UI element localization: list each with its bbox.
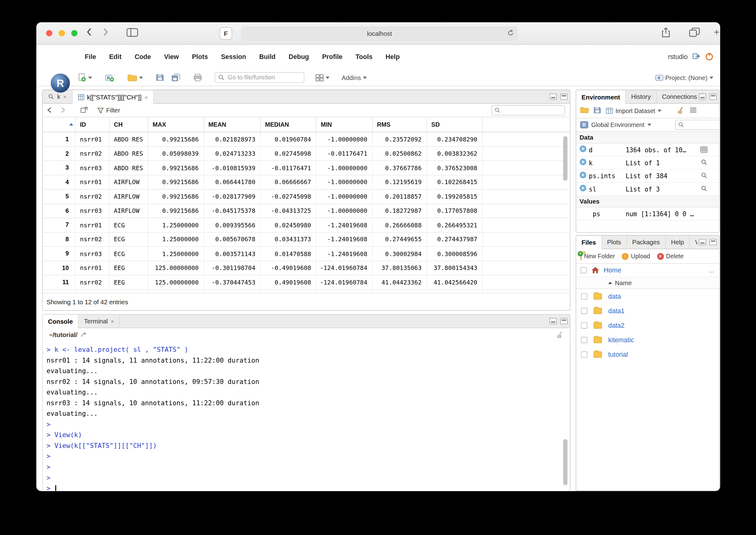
minimize-window-button[interactable] (59, 30, 65, 36)
tab-terminal[interactable]: Terminal × (79, 315, 120, 327)
browser-forward-button[interactable] (103, 27, 109, 37)
clear-console-icon[interactable] (556, 331, 564, 340)
environment-menu-icon[interactable] (689, 107, 697, 115)
minimize-pane-icon[interactable] (699, 94, 706, 100)
file-checkbox[interactable] (581, 322, 587, 328)
column-header-ch[interactable]: CH (110, 117, 148, 132)
file-name-link[interactable]: kitematic (608, 336, 634, 344)
menu-item-edit[interactable]: Edit (109, 53, 122, 61)
tab-history[interactable]: History (626, 90, 657, 103)
environment-object-row[interactable]: slList of 3 (576, 183, 719, 196)
minimize-pane-icon[interactable] (550, 318, 557, 324)
nav-forward-icon[interactable] (59, 106, 66, 115)
table-row[interactable]: 2nsrr02ABDO RES0.050980390.0247132330.02… (42, 147, 570, 161)
breadcrumb-more-button[interactable]: ... (709, 267, 714, 274)
column-header-mean[interactable]: MEAN (204, 117, 261, 132)
zoom-window-button[interactable] (71, 30, 77, 36)
column-header-median[interactable]: MEDIAN (261, 117, 316, 132)
file-row[interactable]: data2 (576, 318, 719, 332)
close-tab-icon[interactable]: × (63, 93, 67, 100)
table-row[interactable]: 8nsrr02ECG1.250000000.0056706780.0343137… (42, 232, 570, 246)
environment-object-row[interactable]: kList of 1 (576, 156, 719, 170)
upload-button[interactable]: ↑ Upload (622, 253, 650, 260)
select-all-checkbox[interactable] (580, 267, 587, 273)
close-tab-icon[interactable]: × (111, 318, 114, 324)
tab-help[interactable]: Help (666, 236, 690, 249)
menu-item-debug[interactable]: Debug (289, 53, 309, 61)
maximize-pane-icon[interactable] (560, 318, 568, 324)
print-button[interactable] (193, 69, 202, 86)
menu-item-file[interactable]: File (85, 53, 96, 61)
quit-session-icon[interactable] (705, 52, 714, 62)
table-row[interactable]: 7nsrr01ECG1.250000000.0093955660.0245098… (42, 218, 570, 232)
new-folder-button[interactable]: + New Folder (580, 253, 615, 260)
menu-item-session[interactable]: Session (221, 53, 246, 61)
file-name-link[interactable]: data2 (608, 322, 624, 329)
address-bar[interactable]: localhost (241, 26, 518, 41)
browser-back-button[interactable] (86, 27, 92, 37)
goto-file-search[interactable]: Go to file/function (215, 72, 304, 83)
environment-object-row[interactable]: ps.intsList of 384 (576, 170, 719, 183)
file-row[interactable]: kitematic (576, 332, 719, 347)
share-icon[interactable] (662, 27, 670, 38)
menu-item-help[interactable]: Help (386, 53, 400, 61)
console-output[interactable]: > k <- leval.project( sl , "STATS" )nsrr… (42, 341, 570, 491)
site-favicon[interactable]: F (220, 27, 232, 40)
delete-button[interactable]: × Delete (657, 253, 684, 260)
new-file-button[interactable] (78, 69, 92, 86)
table-row[interactable]: 10nsrr01EEG125.00000000-0.301198704-0.49… (42, 261, 570, 275)
tab-packages[interactable]: Packages (627, 236, 666, 249)
menu-item-build[interactable]: Build (259, 53, 276, 61)
inspect-object-icon[interactable] (701, 172, 708, 181)
tab-overview-icon[interactable] (689, 27, 700, 37)
pane-layout-button[interactable] (316, 69, 330, 86)
addins-button[interactable]: Addins (341, 69, 366, 86)
expand-object-icon[interactable] (580, 172, 586, 181)
file-checkbox[interactable] (581, 337, 587, 343)
filter-button[interactable]: Filter (97, 106, 120, 114)
menu-item-tools[interactable]: Tools (356, 53, 372, 61)
import-dataset-button[interactable]: Import Dataset (606, 107, 662, 114)
tab-connections[interactable]: Connections (657, 90, 703, 103)
reload-icon[interactable] (507, 29, 514, 38)
menu-item-profile[interactable]: Profile (322, 53, 342, 61)
close-tab-icon[interactable]: × (145, 94, 148, 101)
save-button[interactable] (156, 69, 164, 86)
maximize-pane-icon[interactable] (709, 239, 717, 245)
tab-environment[interactable]: Environment (576, 90, 626, 104)
clear-environment-icon[interactable] (677, 106, 685, 115)
minimize-pane-icon[interactable] (550, 94, 557, 100)
scope-selector[interactable]: Global Environment (591, 121, 644, 128)
files-name-header[interactable]: Name (576, 277, 719, 289)
file-row[interactable]: data1 (576, 303, 719, 318)
table-row[interactable]: 3nsrr03ABDO RES0.99215686-0.010815939-0.… (42, 161, 570, 175)
new-project-button[interactable]: R (105, 69, 115, 86)
tab-plots[interactable]: Plots (602, 236, 627, 249)
goto-directory-icon[interactable] (81, 332, 87, 337)
table-row[interactable]: 4nsrr01AIRFLOW0.992156860.0664417800.066… (42, 175, 570, 189)
table-row[interactable]: 9nsrr03ECG1.250000000.0035711430.0147058… (42, 247, 570, 261)
tab-console[interactable]: Console (42, 315, 79, 329)
popout-icon[interactable] (80, 106, 88, 115)
column-header-max[interactable]: MAX (148, 117, 204, 132)
close-window-button[interactable] (46, 30, 52, 36)
breadcrumb-home-link[interactable]: Home (604, 267, 621, 274)
file-name-link[interactable]: tutorial (608, 351, 628, 358)
minimize-pane-icon[interactable] (699, 239, 706, 245)
column-header-rownum[interactable] (42, 117, 76, 132)
sign-out-icon[interactable] (692, 53, 700, 61)
save-all-button[interactable] (172, 69, 181, 86)
tab-k-stats-ch[interactable]: k[["STATS"]][["CH"]] × (72, 90, 154, 104)
file-checkbox[interactable] (581, 308, 587, 314)
column-header-id[interactable]: ID (76, 117, 110, 132)
column-header-min[interactable]: MIN (316, 117, 373, 132)
inspect-object-icon[interactable] (701, 159, 708, 168)
view-table-icon[interactable] (700, 146, 708, 155)
new-tab-icon[interactable]: + (714, 27, 719, 38)
maximize-pane-icon[interactable] (709, 94, 717, 100)
load-workspace-icon[interactable] (580, 106, 589, 115)
column-header-sd[interactable]: SD (427, 117, 482, 132)
column-header-rms[interactable]: RMS (373, 117, 427, 132)
project-menu-button[interactable]: R Project: (None) (655, 69, 714, 86)
table-row[interactable]: 5nsrr02AIRFLOW0.99215686-0.028177909-0.0… (42, 190, 570, 204)
